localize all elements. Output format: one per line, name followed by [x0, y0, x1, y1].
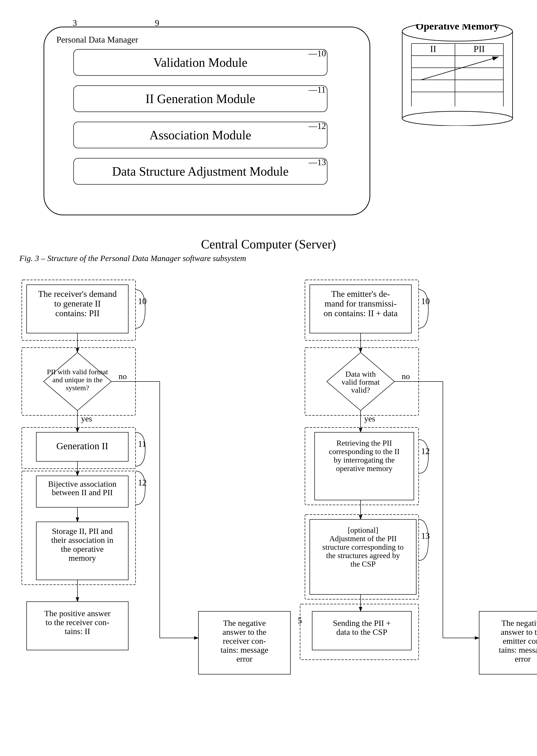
svg-text:by interrogating the: by interrogating the — [334, 456, 395, 464]
svg-text:tains: message: tains: message — [499, 646, 537, 655]
svg-text:no: no — [119, 372, 127, 381]
svg-text:operative memory: operative memory — [336, 464, 392, 473]
svg-text:their association in: their association in — [51, 536, 113, 544]
svg-text:emitter con-: emitter con- — [503, 636, 537, 646]
svg-text:tains: message: tains: message — [221, 646, 268, 655]
validation-module-label: Validation Module — [153, 56, 248, 70]
svg-text:valid?: valid? — [351, 386, 370, 394]
svg-text:answer to the: answer to the — [501, 627, 537, 636]
svg-text:contains: PII: contains: PII — [56, 308, 100, 318]
fig3-diagram: 3 9 Personal Data Manager Validation Mod… — [20, 15, 527, 232]
svg-text:receiver con-: receiver con- — [223, 636, 266, 646]
fig3-num11: —11 — [309, 85, 326, 95]
flowchart: The receiver's demand to generate II con… — [20, 277, 527, 756]
svg-text:yes: yes — [364, 414, 375, 423]
svg-text:the operative: the operative — [61, 544, 104, 553]
svg-text:Retrieving the PII: Retrieving the PII — [336, 439, 392, 447]
svg-point-2 — [402, 111, 513, 126]
svg-text:The positive answer: The positive answer — [44, 609, 110, 618]
svg-text:error: error — [236, 655, 253, 663]
svg-text:Bijective association: Bijective association — [48, 480, 116, 489]
svg-text:on contains: II + data: on contains: II + data — [323, 308, 397, 318]
fig3-num13: —13 — [309, 157, 326, 167]
svg-text:the CSP: the CSP — [351, 560, 376, 568]
operative-memory-svg: Operative Memory II PII — [402, 24, 513, 126]
svg-text:yes: yes — [81, 414, 92, 423]
svg-text:memory: memory — [68, 553, 96, 563]
svg-text:Data with: Data with — [345, 370, 376, 378]
svg-text:data to the CSP: data to the CSP — [336, 627, 388, 636]
svg-text:PII: PII — [474, 44, 485, 54]
fig3-num12: —12 — [309, 121, 326, 131]
svg-text:tains: II: tains: II — [65, 627, 90, 636]
ii-gen-module-box: II Generation Module — [73, 85, 327, 112]
page: 3 9 Personal Data Manager Validation Mod… — [0, 0, 537, 756]
data-struct-module-box: Data Structure Adjustment Module — [73, 158, 327, 184]
svg-text:no: no — [402, 372, 410, 381]
svg-text:Generation II: Generation II — [57, 441, 108, 452]
svg-text:mand for transmissi-: mand for transmissi- — [324, 299, 397, 308]
svg-text:and unique in the: and unique in the — [52, 376, 103, 384]
svg-text:PII with valid format: PII with valid format — [47, 368, 108, 376]
svg-text:the structures agreed by: the structures agreed by — [326, 551, 400, 560]
svg-text:system?: system? — [66, 384, 89, 392]
fig4-container: The receiver's demand to generate II con… — [20, 277, 527, 756]
svg-text:corresponding to the  II: corresponding to the II — [329, 447, 399, 456]
data-struct-module-label: Data Structure Adjustment Module — [112, 164, 288, 179]
operative-memory-container: Operative Memory II PII — [402, 24, 513, 126]
svg-text:The receiver's demand: The receiver's demand — [38, 289, 117, 299]
svg-text:to generate II: to generate II — [54, 299, 101, 308]
fig3-caption: Fig. 3 – Structure of the Personal Data … — [20, 254, 517, 263]
assoc-module-box: Association Module — [73, 122, 327, 148]
svg-text:error: error — [515, 655, 531, 663]
svg-text:Sending the PII +: Sending the PII + — [333, 618, 391, 627]
svg-text:Operative Memory: Operative Memory — [416, 24, 499, 32]
svg-text:[optional]: [optional] — [348, 526, 378, 535]
pdm-label: Personal Data Manager — [57, 35, 138, 45]
svg-text:The negative: The negative — [223, 618, 266, 627]
svg-text:structure corresponding to: structure corresponding to — [322, 543, 404, 551]
svg-text:Storage II, PII and: Storage II, PII and — [52, 527, 112, 536]
svg-text:valid format: valid format — [342, 378, 380, 386]
assoc-module-label: Association Module — [149, 128, 251, 142]
central-computer-label: Central Computer (Server) — [20, 237, 517, 251]
svg-text:answer to the: answer to the — [223, 627, 266, 636]
svg-text:II: II — [430, 44, 436, 54]
validation-module-box: Validation Module — [73, 49, 327, 76]
flowchart-svg: The receiver's demand to generate II con… — [20, 277, 527, 756]
svg-text:to the receiver con-: to the receiver con- — [46, 618, 109, 627]
svg-text:between  II and PII: between II and PII — [52, 488, 113, 497]
svg-text:The emitter's de-: The emitter's de- — [331, 289, 390, 299]
ii-gen-module-label: II Generation Module — [145, 92, 255, 106]
fig3-num10: —10 — [309, 48, 326, 59]
svg-text:10: 10 — [138, 297, 147, 306]
svg-text:10: 10 — [421, 297, 430, 306]
svg-rect-0 — [402, 31, 513, 119]
svg-text:The negative: The negative — [501, 618, 537, 627]
svg-text:Adjustment of the PII: Adjustment of the PII — [329, 534, 397, 543]
